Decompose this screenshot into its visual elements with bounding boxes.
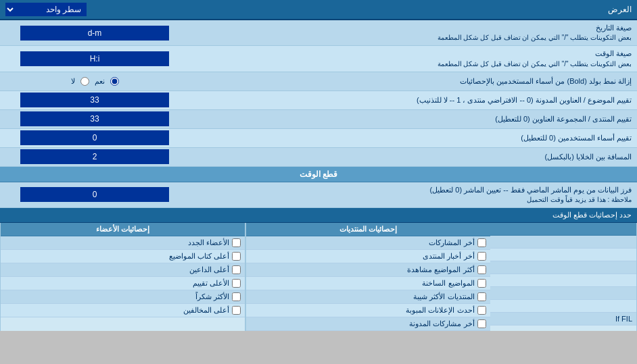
stats-posts-2: أخر أخبار المنتدى <box>246 250 490 263</box>
stats-empty-6 <box>490 300 636 313</box>
stats-posts-5: المنتديات الأكثر شيبة <box>246 290 490 304</box>
checkbox-members-4[interactable] <box>232 279 241 288</box>
date-format-row: صيغة التاريخ بعض التكوينات يتطلب "/" الت… <box>0 20 637 46</box>
stats-members-5: الأكثر شكراً <box>1 290 245 304</box>
forum-group-input-cell <box>0 110 189 128</box>
user-names-label: تقييم أسماء المستخدمين (0 للتعطيل) <box>189 130 637 146</box>
stats-posts-1: أخر المشاركات <box>246 236 490 250</box>
stats-empty-4 <box>490 274 636 287</box>
stats-posts-3: أكثر المواضيع مشاهدة <box>246 263 490 277</box>
forum-order-input-cell <box>0 91 189 109</box>
gap-row: المسافة بين الخلايا (بالبكسل) <box>0 148 637 167</box>
cutoff-days-note: ملاحظة : هذا قد يزيد قياً وقت التحميل <box>195 195 632 205</box>
cutoff-days-input[interactable] <box>20 187 169 202</box>
stats-empty-header <box>490 223 636 236</box>
stats-members-4: الأعلى تقييم <box>1 277 245 290</box>
stats-col-members: إحصائيات الأعضاء الأعضاء الجدد أعلى كتاب… <box>0 223 245 331</box>
stats-empty-3 <box>490 261 636 274</box>
time-format-input[interactable] <box>20 51 169 66</box>
bold-radio-group: نعم لا <box>71 77 119 86</box>
user-names-input[interactable] <box>20 130 169 145</box>
stats-members-6: أعلى المخالفين <box>1 304 245 317</box>
forum-order-row: تقييم الموضوع / العناوين المدونة (0 -- ا… <box>0 91 637 110</box>
stats-empty-1 <box>490 236 636 249</box>
forum-order-label: تقييم الموضوع / العناوين المدونة (0 -- ا… <box>189 93 637 108</box>
stats-empty-2 <box>490 249 636 261</box>
date-format-input[interactable] <box>20 26 169 41</box>
header-row: العرض سطر واحد سطرين ثلاثة أسطر <box>0 0 637 20</box>
date-format-title: صيغة التاريخ <box>195 23 632 33</box>
checkbox-posts-2[interactable] <box>477 252 486 261</box>
time-format-title: صيغة الوقت <box>195 49 632 59</box>
header-label: العرض <box>608 5 632 14</box>
date-format-label: صيغة التاريخ بعض التكوينات يتطلب "/" الت… <box>189 20 637 45</box>
stats-posts-header: إحصائيات المنتديات <box>246 223 490 236</box>
display-mode-select[interactable]: سطر واحد سطرين ثلاثة أسطر <box>5 3 87 16</box>
user-names-row: تقييم أسماء المستخدمين (0 للتعطيل) <box>0 129 637 148</box>
date-format-input-cell <box>0 24 189 42</box>
bold-remove-input-cell: نعم لا <box>0 76 189 87</box>
checkbox-members-6[interactable] <box>232 306 241 315</box>
cutoff-days-label: فرز البيانات من يوم الماشر الماضي فقط --… <box>189 182 637 207</box>
time-format-label: صيغة الوقت بعض التكوينات يتطلب "/" التي … <box>189 46 637 71</box>
checkbox-posts-3[interactable] <box>477 265 486 274</box>
bold-remove-label: إزالة نمط بولد (Bold) من أسماء المستخدمي… <box>189 74 637 89</box>
checkbox-members-5[interactable] <box>232 292 241 301</box>
stats-content: If FIL إحصائيات المنتديات أخر المشاركات … <box>0 223 637 331</box>
stats-members-header: إحصائيات الأعضاء <box>1 223 245 236</box>
bold-yes-label: نعم <box>95 77 105 86</box>
stats-members-2: أعلى كتاب المواضيع <box>1 250 245 263</box>
checkbox-posts-6[interactable] <box>477 306 486 315</box>
cutoff-days-row: فرز البيانات من يوم الماشر الماضي فقط --… <box>0 182 637 208</box>
gap-label: المسافة بين الخلايا (بالبكسل) <box>189 149 637 165</box>
user-names-input-cell <box>0 129 189 147</box>
checkbox-posts-4[interactable] <box>477 279 486 288</box>
stats-members-3: أعلى الداعين <box>1 263 245 277</box>
stats-header-label: حدد إحصائيات قطع الوقت <box>552 211 632 219</box>
bold-remove-row: إزالة نمط بولد (Bold) من أسماء المستخدمي… <box>0 72 637 91</box>
stats-section: حدد إحصائيات قطع الوقت If FIL إحصائيات ا… <box>0 208 637 331</box>
checkbox-members-1[interactable] <box>232 238 241 247</box>
stats-posts-4: المواضيع الساخنة <box>246 277 490 290</box>
stats-posts-7: أخر مشاركات المدونة <box>246 317 490 331</box>
main-container: العرض سطر واحد سطرين ثلاثة أسطر صيغة الت… <box>0 0 637 331</box>
checkbox-posts-1[interactable] <box>477 238 486 247</box>
forum-order-input[interactable] <box>20 93 169 107</box>
checkbox-members-2[interactable] <box>232 252 241 261</box>
time-format-input-cell <box>0 50 189 68</box>
cutoff-section-header: قطع الوقت <box>0 167 637 182</box>
bold-no-radio[interactable] <box>80 77 89 86</box>
bold-yes-radio[interactable] <box>110 77 119 86</box>
forum-group-label: تقييم المنتدى / المجموعة العناوين (0 للت… <box>189 111 637 127</box>
stats-col-posts: إحصائيات المنتديات أخر المشاركات أخر أخب… <box>245 223 490 331</box>
stats-empty-7: If FIL <box>490 313 636 326</box>
forum-group-input[interactable] <box>20 111 169 126</box>
checkbox-members-3[interactable] <box>232 265 241 274</box>
cutoff-days-input-cell <box>0 186 189 203</box>
gap-input[interactable] <box>20 149 169 164</box>
bold-no-label: لا <box>71 77 75 86</box>
gap-input-cell <box>0 148 189 165</box>
stats-posts-6: أحدث الإعلانات المبوبة <box>246 304 490 317</box>
stats-header-row: حدد إحصائيات قطع الوقت <box>0 208 637 223</box>
checkbox-posts-5[interactable] <box>477 292 486 301</box>
forum-group-row: تقييم المنتدى / المجموعة العناوين (0 للت… <box>0 110 637 129</box>
date-format-note: بعض التكوينات يتطلب "/" التي يمكن ان تضا… <box>195 33 632 43</box>
cutoff-days-title: فرز البيانات من يوم الماشر الماضي فقط --… <box>195 185 632 195</box>
stats-members-1: الأعضاء الجدد <box>1 236 245 250</box>
stats-empty-5 <box>490 287 636 300</box>
stats-col-empty: If FIL <box>490 223 637 331</box>
time-format-note: بعض التكوينات يتطلب "/" التي يمكن ان تضا… <box>195 59 632 69</box>
time-format-row: صيغة الوقت بعض التكوينات يتطلب "/" التي … <box>0 46 637 72</box>
checkbox-posts-7[interactable] <box>477 319 486 328</box>
